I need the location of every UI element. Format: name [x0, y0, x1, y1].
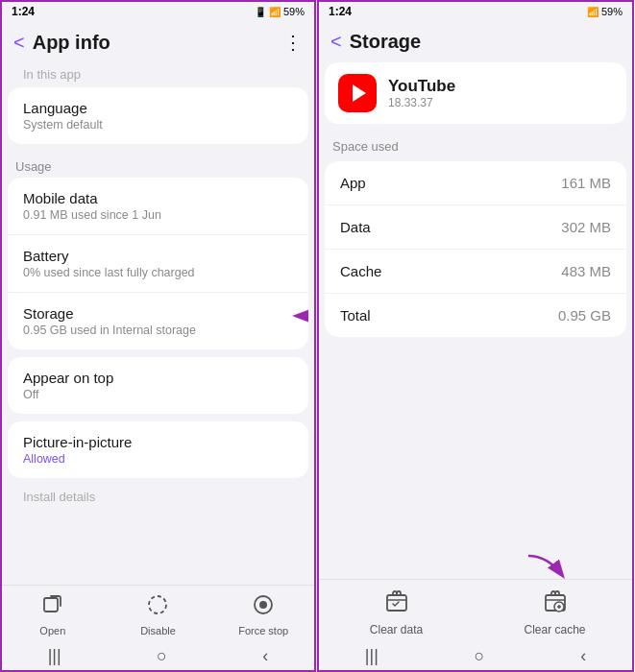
language-item[interactable]: Language System default — [8, 87, 308, 144]
top-bar-right: < Storage — [317, 23, 634, 62]
open-button[interactable]: Open — [19, 593, 86, 636]
mobile-data-subtitle: 0.91 MB used since 1 Jun — [23, 208, 293, 222]
status-icons-left: 📱 📶 59% — [255, 6, 305, 17]
app-value: 161 MB — [561, 175, 611, 191]
clear-cache-label: Clear cache — [524, 623, 585, 636]
pip-subtitle: Allowed — [23, 452, 293, 466]
usage-label: Usage — [8, 152, 308, 178]
recent-apps-btn-right[interactable]: ||| — [365, 646, 379, 666]
back-btn-left[interactable]: ‹ — [262, 646, 268, 666]
battery-subtitle: 0% used since last fully charged — [23, 266, 293, 279]
language-title: Language — [23, 100, 293, 116]
clear-data-label: Clear data — [370, 623, 423, 636]
appear-on-top-subtitle: Off — [23, 388, 293, 401]
storage-title: Storage — [23, 305, 293, 322]
status-icons-right: 📶 59% — [587, 6, 623, 17]
pip-card: Picture-in-picture Allowed — [8, 421, 308, 478]
spacer — [317, 345, 634, 579]
storage-row-data: Data 302 MB — [325, 205, 626, 250]
language-card: Language System default — [8, 87, 308, 144]
clear-cache-button[interactable]: Clear cache — [507, 588, 603, 636]
clear-cache-icon — [542, 588, 569, 620]
total-label: Total — [340, 307, 371, 324]
recent-apps-btn-left[interactable]: ||| — [48, 646, 61, 666]
storage-row-cache: Cache 483 MB — [325, 250, 626, 294]
svg-point-5 — [259, 601, 267, 609]
force-stop-button[interactable]: Force stop — [230, 593, 297, 636]
app-info: YouTube 18.33.37 — [388, 77, 455, 109]
page-title-left: App info — [33, 32, 110, 54]
battery-title: Battery — [23, 248, 293, 264]
page-title-right: Storage — [350, 31, 421, 53]
signal-icon: 📶 — [269, 7, 281, 17]
app-header: YouTube 18.33.37 — [325, 62, 626, 124]
open-label: Open — [39, 625, 65, 636]
bottom-nav-left: Open Disable Force stop — [0, 585, 316, 640]
storage-arrow-annotation — [289, 304, 308, 327]
cache-value: 483 MB — [561, 263, 611, 279]
back-btn-right[interactable]: ‹ — [580, 646, 586, 666]
mobile-data-title: Mobile data — [23, 190, 293, 206]
force-stop-icon — [252, 593, 275, 622]
top-bar-left: < App info ⋮ — [0, 23, 316, 63]
app-label: App — [340, 175, 366, 191]
pip-item[interactable]: Picture-in-picture Allowed — [8, 421, 308, 478]
appear-on-top-card: Appear on top Off — [8, 357, 308, 414]
storage-row-total: Total 0.95 GB — [325, 294, 626, 337]
youtube-icon — [338, 74, 377, 112]
storage-item[interactable]: Storage 0.95 GB used in Internal storage — [8, 293, 308, 349]
time-left: 1:24 — [12, 5, 35, 18]
cache-label: Cache — [340, 263, 381, 279]
signal-icon-right: 📶 — [587, 7, 598, 17]
svg-point-3 — [149, 596, 166, 613]
action-area: Clear data Clear cache — [317, 579, 634, 640]
mobile-data-item[interactable]: Mobile data 0.91 MB used since 1 Jun — [8, 178, 308, 235]
appear-on-top-item[interactable]: Appear on top Off — [8, 357, 308, 414]
action-buttons: Clear data Clear cache — [317, 579, 634, 640]
data-label: Data — [340, 219, 371, 235]
more-options-left[interactable]: ⋮ — [283, 31, 303, 54]
status-bar-right: 1:24 📶 59% — [317, 0, 634, 23]
appear-on-top-title: Appear on top — [23, 370, 293, 386]
disable-label: Disable — [140, 625, 176, 636]
back-button-left[interactable]: < — [13, 32, 25, 54]
open-icon — [41, 593, 64, 622]
back-button-right[interactable]: < — [330, 31, 342, 53]
disable-button[interactable]: Disable — [124, 593, 191, 636]
storage-row-app: App 161 MB — [325, 161, 626, 205]
right-screen: 1:24 📶 59% < Storage YouTube 18.33.37 Sp… — [317, 0, 634, 672]
play-icon — [353, 84, 366, 102]
clear-data-button[interactable]: Clear data — [349, 588, 445, 636]
home-btn-right[interactable]: ○ — [475, 646, 485, 666]
total-value: 0.95 GB — [558, 307, 611, 324]
content-left: In this app Language System default Usag… — [0, 63, 316, 585]
usage-card: Mobile data 0.91 MB used since 1 Jun Bat… — [8, 178, 308, 349]
battery-left: 59% — [283, 6, 305, 17]
space-used-label: Space used — [325, 132, 626, 157]
storage-subtitle: 0.95 GB used in Internal storage — [23, 324, 293, 337]
data-value: 302 MB — [561, 219, 611, 235]
status-bar-left: 1:24 📱 📶 59% — [0, 0, 316, 23]
sys-nav-right: ||| ○ ‹ — [317, 640, 634, 672]
disable-icon — [146, 593, 169, 622]
battery-right: 59% — [601, 6, 623, 17]
force-stop-label: Force stop — [238, 625, 288, 636]
svg-rect-2 — [44, 598, 58, 612]
whatsapp-icon: 📱 — [255, 7, 266, 17]
time-right: 1:24 — [329, 5, 352, 18]
storage-table: App 161 MB Data 302 MB Cache 483 MB Tota… — [325, 161, 626, 337]
clear-cache-arrow — [519, 548, 596, 587]
battery-item[interactable]: Battery 0% used since last fully charged — [8, 235, 308, 293]
left-screen: 1:24 📱 📶 59% < App info ⋮ In this app La… — [0, 0, 317, 672]
app-name: YouTube — [388, 77, 455, 96]
language-subtitle: System default — [23, 118, 293, 132]
pip-title: Picture-in-picture — [23, 434, 293, 450]
app-version: 18.33.37 — [388, 96, 455, 109]
sys-nav-left: ||| ○ ‹ — [0, 640, 316, 672]
clear-data-icon — [383, 588, 410, 620]
partial-section: In this app — [8, 63, 308, 87]
home-btn-left[interactable]: ○ — [157, 646, 167, 666]
install-details-partial: Install details — [8, 486, 308, 510]
